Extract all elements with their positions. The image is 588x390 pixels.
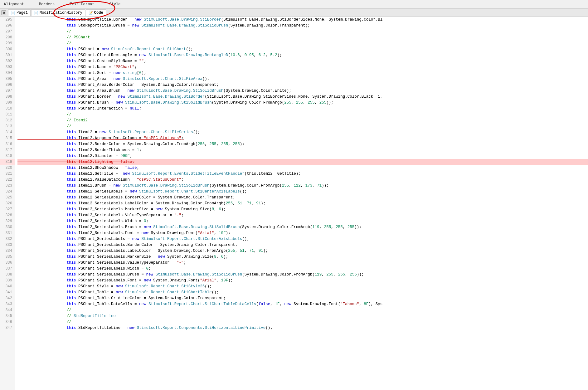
code-line-314: this.Item12 = new Stimulsoft.Report.Char…: [17, 129, 588, 135]
ln-314: 314: [0, 129, 15, 135]
code-line-304: this.PSChart.Sort = new string[0];: [17, 70, 588, 76]
tab-modhistory-label: ModificationHistory: [40, 11, 82, 15]
ln-310: 310: [0, 106, 15, 112]
code-line-308: this.PSChart.Border = new Stimulsoft.Bas…: [17, 94, 588, 100]
code-line-319: this.Item12.Lighting = false;: [17, 159, 588, 165]
line-numbers: 295 296 297 298 299 300 301 302 303 304 …: [0, 17, 15, 390]
code-line-320: this.Item12.ShowShadow = false;: [17, 165, 588, 171]
code-line-300: this.PSChart = new Stimulsoft.Report.Cha…: [17, 46, 588, 52]
toolbar-style[interactable]: Style: [108, 2, 122, 7]
code-line-301: this.PSChart.ClientRectangle = new Stimu…: [17, 52, 588, 58]
code-line-303: this.PSChart.Name = "PSChart";: [17, 64, 588, 70]
ln-315: 315: [0, 135, 15, 141]
tab-code[interactable]: 📝 Code: [86, 9, 106, 16]
pin-button[interactable]: ⊞: [1, 10, 6, 15]
toolbar-alignment[interactable]: Alignment: [2, 2, 25, 7]
ln-324: 324: [0, 189, 15, 195]
code-line-296: this.StdReportTitle.Brush = new Stimulso…: [17, 23, 588, 29]
ln-318: 318: [0, 153, 15, 159]
ln-330: 330: [0, 224, 15, 230]
ln-320: 320: [0, 165, 15, 171]
code-line-311: //: [17, 112, 588, 118]
tab-code-label: Code: [94, 11, 103, 15]
code-line-297: //: [17, 29, 588, 35]
code-line-333: this.PSChart_SeriesLabels.BorderColor = …: [17, 242, 588, 248]
ln-301: 301: [0, 52, 15, 58]
code-line-316: this.Item12.BorderColor = System.Drawing…: [17, 141, 588, 147]
ln-326: 326: [0, 201, 15, 207]
ln-338: 338: [0, 272, 15, 278]
code-line-309: this.PSChart.Brush = new Stimulsoft.Base…: [17, 100, 588, 106]
code-line-331: this.Item12_SeriesLabels.Font = new Syst…: [17, 230, 588, 236]
ln-306: 306: [0, 82, 15, 88]
ln-332: 332: [0, 236, 15, 242]
ln-312: 312: [0, 118, 15, 124]
code-line-340: this.PSChart.Style = new Stimulsoft.Repo…: [17, 284, 588, 290]
code-line-318: this.Item12.Diameter = 999F;: [17, 153, 588, 159]
ln-317: 317: [0, 147, 15, 153]
tab-page1[interactable]: 📄 Page1: [8, 9, 31, 16]
ln-307: 307: [0, 88, 15, 94]
ln-331: 331: [0, 230, 15, 236]
code-line-323: this.Item12.Brush = new Stimulsoft.Base.…: [17, 183, 588, 189]
code-line-334: this.PSChart_SeriesLabels.LabelColor = S…: [17, 248, 588, 254]
code-line-343: this.PSChart_Table.DataCells = new Stimu…: [17, 301, 588, 307]
ln-322: 322: [0, 177, 15, 183]
code-line-345: // StdReportTitleLine: [17, 313, 588, 319]
code-line-306: this.PSChart_Area.BorderColor = System.D…: [17, 82, 588, 88]
code-line-347: this.StdReportTitleLine = new Stimulsoft…: [17, 325, 588, 331]
code-line-346: //: [17, 319, 588, 325]
tab-modhistory[interactable]: 📄 ModificationHistory: [31, 9, 85, 16]
ln-323: 323: [0, 183, 15, 189]
toolbar-text-format[interactable]: Text Format: [68, 2, 95, 7]
code-line-324: this.Item12_SeriesLabels = new Stimulsof…: [17, 189, 588, 195]
code-editor: 295 296 297 298 299 300 301 302 303 304 …: [0, 17, 588, 390]
ln-327: 327: [0, 207, 15, 212]
code-line-336: this.PSChart_SeriesLabels.ValueTypeSepar…: [17, 260, 588, 266]
code-line-326: this.Item12_SeriesLabels.LabelColor = Sy…: [17, 201, 588, 207]
code-line-310: this.PSChart.Interaction = null;: [17, 106, 588, 112]
code-line-313: //: [17, 124, 588, 129]
ln-319: 319: [0, 159, 15, 165]
ln-339: 339: [0, 278, 15, 284]
ln-347: 347: [0, 325, 15, 331]
code-line-322: this.Item12.ValueDataColumn = "dsPSC.Sta…: [17, 177, 588, 183]
ln-313: 313: [0, 124, 15, 129]
ln-298: 298: [0, 35, 15, 41]
ln-305: 305: [0, 76, 15, 82]
ln-308: 308: [0, 94, 15, 100]
code-icon: 📝: [89, 11, 93, 15]
ln-328: 328: [0, 212, 15, 218]
code-line-312: // Item12: [17, 118, 588, 124]
code-line-344: //: [17, 307, 588, 313]
ln-297: 297: [0, 29, 15, 35]
ln-336: 336: [0, 260, 15, 266]
code-line-299: //: [17, 41, 588, 46]
ln-344: 344: [0, 307, 15, 313]
ln-299: 299: [0, 41, 15, 46]
ln-304: 304: [0, 70, 15, 76]
toolbar-borders[interactable]: Borders: [38, 2, 56, 7]
tab-bar: ⊞ 📄 Page1 📄 ModificationHistory 📝 Code: [0, 9, 588, 17]
code-line-328: this.Item12_SeriesLabels.ValueTypeSepara…: [17, 212, 588, 218]
code-line-327: this.Item12_SeriesLabels.MarkerSize = ne…: [17, 207, 588, 212]
code-line-305: this.PSChart_Area = new Stimulsoft.Repor…: [17, 76, 588, 82]
code-line-298: // PSChart: [17, 35, 588, 41]
ln-303: 303: [0, 64, 15, 70]
ln-334: 334: [0, 248, 15, 254]
ln-311: 311: [0, 112, 15, 118]
ln-343: 343: [0, 301, 15, 307]
ln-321: 321: [0, 171, 15, 177]
ln-296: 296: [0, 23, 15, 29]
code-line-335: this.PSChart_SeriesLabels.MarkerSize = n…: [17, 254, 588, 260]
code-line-341: this.PSChart_Table = new Stimulsoft.Repo…: [17, 290, 588, 295]
code-line-295: this.StdReportTitle.Border = new Stimuls…: [17, 17, 588, 23]
code-line-302: this.PSChart.CustomStyleName = "";: [17, 58, 588, 64]
ln-325: 325: [0, 195, 15, 201]
ln-345: 345: [0, 313, 15, 319]
ln-302: 302: [0, 58, 15, 64]
code-content[interactable]: this.StdReportTitle.Border = new Stimuls…: [15, 17, 588, 390]
ln-335: 335: [0, 254, 15, 260]
ln-300: 300: [0, 46, 15, 52]
ln-340: 340: [0, 284, 15, 290]
